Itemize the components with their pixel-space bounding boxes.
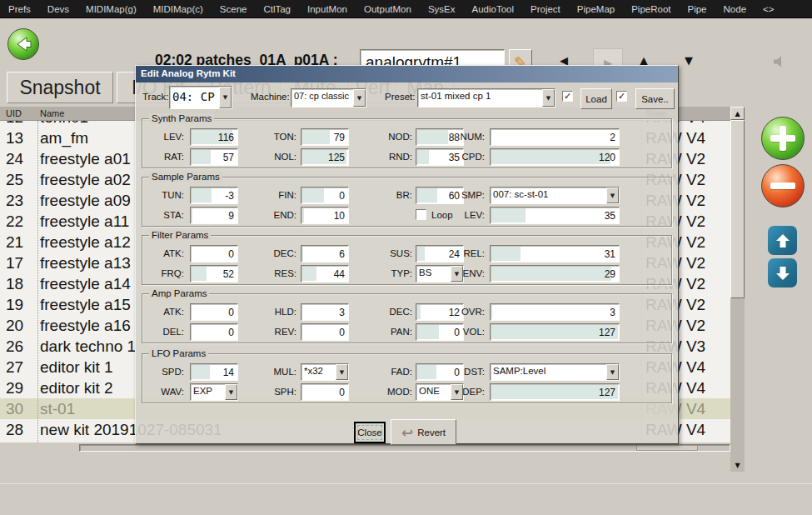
- row-uid: 25: [6, 169, 23, 190]
- row-name: dark techno 1: [40, 336, 136, 357]
- move-down-button[interactable]: [768, 258, 797, 288]
- value-fill-bar: [417, 247, 425, 261]
- row-name: freestyle a09: [40, 190, 131, 211]
- revert-button[interactable]: ↩ Revert: [391, 419, 456, 445]
- param-field-ton[interactable]: 79: [301, 128, 349, 146]
- param-field-dec[interactable]: 6: [301, 245, 349, 262]
- param-label-tun: TUN:: [146, 190, 184, 200]
- scroll-up-button[interactable]: ▲: [730, 107, 745, 120]
- param-field-atk[interactable]: 0: [190, 245, 238, 262]
- param-field-rel[interactable]: 31: [490, 245, 620, 262]
- save-button[interactable]: Save..: [635, 88, 675, 109]
- param-field-lev[interactable]: 35: [490, 207, 620, 224]
- edit-kit-dialog: Edit Analog Rytm Kit Track: 04: CP ▼ Mac…: [135, 65, 679, 444]
- param-field-atk[interactable]: 0: [190, 303, 238, 321]
- load-checkbox[interactable]: ✓: [562, 91, 573, 102]
- param-field-lev[interactable]: 116: [190, 128, 238, 146]
- menu-item-prefs[interactable]: Prefs: [0, 0, 39, 18]
- param-field-del[interactable]: 0: [190, 323, 238, 341]
- param-field-dep[interactable]: 127: [490, 383, 620, 401]
- track-combo[interactable]: 04: CP ▼: [169, 86, 232, 109]
- machine-combo[interactable]: 07: cp classic ▼: [291, 88, 366, 108]
- param-row: FRQ:52RES:44TYP:BS▼ENV:29: [142, 265, 671, 282]
- dialog-titlebar[interactable]: Edit Analog Rytm Kit: [136, 66, 678, 82]
- menu-item-ctltag[interactable]: CtlTag: [255, 0, 299, 18]
- menu-item-sysex[interactable]: SysEx: [420, 0, 464, 18]
- param-label-rat: RAT:: [146, 152, 184, 162]
- param-field-sta[interactable]: 9: [190, 207, 238, 224]
- row-name: freestyle a13: [40, 252, 131, 273]
- param-field-vol[interactable]: 127: [490, 323, 620, 341]
- menu-item-midimap-g[interactable]: MIDIMap(g): [77, 0, 145, 18]
- list-hscrollbar[interactable]: [79, 444, 730, 452]
- menu-item-project[interactable]: Project: [522, 0, 569, 18]
- param-field-sph[interactable]: 0: [301, 383, 349, 401]
- preset-combo[interactable]: st-01 mixed cp 1 ▼: [417, 88, 555, 108]
- menu-item-inputmon[interactable]: InputMon: [299, 0, 356, 18]
- add-kit-button[interactable]: [761, 117, 805, 160]
- save-checkbox[interactable]: ✓: [616, 91, 627, 102]
- param-combo-mul[interactable]: *x32▼: [301, 363, 349, 381]
- row-uid: 18: [6, 273, 23, 294]
- menu-item-piperoot[interactable]: PipeRoot: [623, 0, 679, 18]
- row-uid: 23: [6, 190, 23, 211]
- move-up-button[interactable]: [768, 226, 797, 255]
- param-field-ovr[interactable]: 3: [490, 303, 620, 321]
- param-field-end[interactable]: 10: [301, 207, 349, 224]
- value-fill-bar: [302, 247, 303, 261]
- chevron-down-icon: ▼: [606, 188, 619, 203]
- back-button[interactable]: [7, 28, 39, 60]
- param-value: -3: [225, 190, 234, 202]
- param-combo-smp[interactable]: 007: sc-st-01▼: [490, 187, 620, 204]
- speaker-muted-icon[interactable]: [770, 53, 787, 70]
- patch-down-button[interactable]: ▼: [685, 54, 693, 67]
- scrollbar-thumb[interactable]: [730, 120, 745, 298]
- menu-item-[interactable]: <>: [755, 0, 782, 18]
- row-name: freestyle a15: [40, 294, 131, 315]
- param-label-rel: REL:: [431, 248, 485, 258]
- param-field-env[interactable]: 29: [490, 265, 620, 282]
- menu-item-pipe[interactable]: Pipe: [680, 0, 715, 18]
- menu-item-node[interactable]: Node: [715, 0, 755, 18]
- group-title: Sample Params: [149, 172, 222, 182]
- loop-checkbox[interactable]: [416, 209, 426, 220]
- menu-item-pipemap[interactable]: PipeMap: [569, 0, 623, 18]
- hscrollbar-thumb[interactable]: [636, 445, 698, 451]
- param-value: 127: [599, 327, 615, 338]
- menu-item-scene[interactable]: Scene: [212, 0, 256, 18]
- value-fill-bar: [192, 150, 211, 164]
- param-field-spd[interactable]: 14: [190, 363, 238, 381]
- param-field-hld[interactable]: 3: [301, 303, 349, 321]
- param-label-mul: MUL:: [242, 367, 296, 377]
- menu-item-audiotool[interactable]: AudioTool: [463, 0, 522, 18]
- value-fill-bar: [491, 150, 610, 164]
- param-field-res[interactable]: 44: [301, 265, 349, 282]
- param-combo-wav[interactable]: EXP▼: [190, 383, 238, 401]
- tab-snapshot[interactable]: Snapshot: [7, 72, 113, 103]
- param-field-rev[interactable]: 0: [301, 323, 349, 341]
- param-field-frq[interactable]: 52: [190, 265, 238, 282]
- param-value: 57: [223, 152, 234, 163]
- group-title: Filter Params: [149, 230, 211, 240]
- param-field-tun[interactable]: -3: [190, 187, 238, 204]
- param-field-rat[interactable]: 57: [190, 148, 238, 166]
- param-field-fin[interactable]: 0: [301, 187, 349, 204]
- row-uid: 24: [6, 148, 23, 169]
- param-field-num[interactable]: 2: [490, 128, 620, 146]
- param-combo-dst[interactable]: SAMP:Level▼: [490, 363, 620, 381]
- load-button[interactable]: Load: [580, 88, 612, 109]
- menu-item-devs[interactable]: Devs: [39, 0, 77, 18]
- group-filter-params: Filter ParamsATK:0DEC:6SUS:24REL:31FRQ:5…: [142, 235, 672, 285]
- remove-kit-button[interactable]: [761, 164, 805, 208]
- row-uid: 21: [6, 232, 23, 252]
- param-field-nol[interactable]: 125: [301, 148, 349, 166]
- col-header-uid[interactable]: UID: [6, 108, 22, 118]
- name-row: Name: RAW ✎ Edit BD ▼ Mix Send Recv: [0, 452, 812, 483]
- menu-item-outputmon[interactable]: OutputMon: [356, 0, 420, 18]
- col-header-name[interactable]: Name: [40, 108, 64, 118]
- combo-value: EXP: [191, 384, 225, 400]
- param-row: STA:9END:10LoopLEV:35: [142, 207, 671, 224]
- close-button[interactable]: Close: [354, 422, 386, 443]
- param-field-cpd[interactable]: 120: [490, 148, 620, 166]
- menu-item-midimap-c[interactable]: MIDIMap(c): [145, 0, 212, 18]
